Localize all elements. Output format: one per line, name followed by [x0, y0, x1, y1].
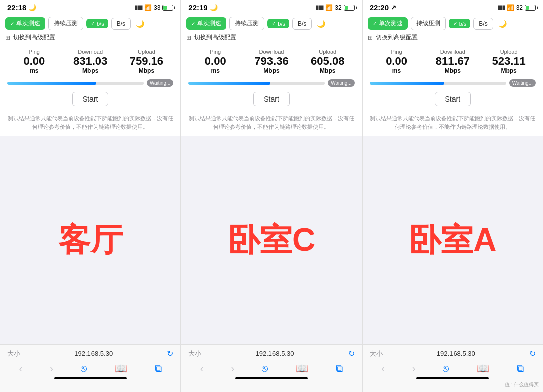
panel-bedroom-a: 22:20 ↗ ▮▮▮ 📶 32 ✓ 单次测速 持续压测	[363, 0, 543, 344]
bookmarks-icon[interactable]: 📖	[115, 362, 127, 374]
settings-sliders-icon: ⊞	[5, 34, 10, 41]
reload-icon[interactable]: ↻	[348, 349, 355, 358]
unit-bs-button[interactable]: ✓ b/s	[449, 19, 471, 28]
moon-icon: 🌙	[210, 4, 218, 11]
start-button[interactable]: Start	[72, 92, 109, 106]
start-section: Start	[0, 88, 180, 110]
address-bar: 大小 192.168.5.30 ↻	[181, 345, 361, 360]
forward-icon[interactable]: ›	[412, 363, 416, 374]
tabs-icon[interactable]: ⧉	[155, 363, 162, 374]
ping-label: Ping	[29, 49, 40, 55]
tabs-icon[interactable]: ⧉	[517, 363, 524, 374]
upload-label: Upload	[138, 49, 155, 55]
status-left: 22:19 🌙	[188, 3, 217, 12]
time-display: 22:18	[7, 3, 26, 12]
check-icon-small: ✓	[90, 20, 95, 27]
bookmarks-icon[interactable]: 📖	[477, 362, 489, 374]
back-icon[interactable]: ‹	[200, 363, 204, 374]
progress-area: Waiting...	[0, 77, 180, 88]
battery-icon	[344, 5, 355, 11]
progress-area: Waiting...	[363, 77, 543, 88]
stats-grid: Ping 0.00 ms Download 831.03 Mbps Upload…	[7, 49, 173, 74]
battery-number: 32	[516, 4, 523, 11]
back-icon[interactable]: ‹	[19, 363, 22, 374]
status-bar: 22:20 ↗ ▮▮▮ 📶 32	[363, 0, 543, 14]
waiting-badge: Waiting...	[147, 79, 173, 87]
upload-label: Upload	[319, 49, 336, 55]
night-mode-icon: 🌙	[317, 20, 325, 28]
share-icon[interactable]: ⎋	[443, 363, 449, 374]
single-test-button[interactable]: ✓ 单次测速	[5, 17, 45, 30]
forward-icon[interactable]: ›	[50, 363, 53, 374]
check-icon-small: ✓	[272, 20, 276, 27]
download-unit: Mbps	[82, 67, 98, 74]
continuous-test-label: 持续压测	[235, 20, 259, 27]
nav-bar: ‹ › ⎋ 📖 ⧉	[181, 360, 361, 377]
panels-row: 22:18 🌙 ▮▮▮ 📶 33 ✓ 单次测速 持续压测	[0, 0, 543, 344]
upload-stat: Upload 759.16 Mbps	[120, 49, 174, 74]
stats-section: Ping 0.00 ms Download 831.03 Mbps Upload…	[0, 44, 180, 77]
ping-value: 0.00	[386, 55, 407, 67]
home-indicator	[416, 377, 489, 379]
continuous-test-label: 持续压测	[54, 20, 78, 27]
download-label: Download	[440, 49, 465, 55]
continuous-test-label: 持续压测	[416, 20, 440, 27]
start-section: Start	[181, 88, 361, 110]
panel-bedroom-c: 22:19 🌙 ▮▮▮ 📶 32 ✓ 单次测速 持续压测	[181, 0, 362, 344]
start-section: Start	[363, 88, 543, 110]
status-left: 22:20 ↗	[370, 3, 396, 12]
unit-BS-button[interactable]: B/s	[292, 18, 312, 30]
download-value: 793.36	[254, 55, 288, 67]
signal-icon: ▮▮▮	[135, 4, 142, 11]
download-unit: Mbps	[445, 67, 461, 74]
reload-icon[interactable]: ↻	[529, 349, 536, 358]
upload-value: 523.11	[492, 55, 525, 67]
signal-icon: ▮▮▮	[316, 4, 323, 11]
download-unit: Mbps	[263, 67, 279, 74]
download-stat: Download 793.36 Mbps	[244, 49, 299, 74]
start-button[interactable]: Start	[435, 92, 471, 106]
unit-BS-button[interactable]: B/s	[473, 18, 493, 30]
controls-row1: ✓ 单次测速 持续压测 ✓ b/s B/s 🌙	[368, 17, 538, 30]
start-button[interactable]: Start	[253, 92, 290, 106]
bottom-panel-bedroom-a: 大小 192.168.5.30 ↻ ‹ › ⎋ 📖 ⧉ 值↑ 什么值得买	[363, 345, 543, 392]
unit-BS-label: B/s	[117, 20, 125, 27]
back-icon[interactable]: ‹	[381, 363, 385, 374]
nav-bar: ‹ › ⎋ 📖 ⧉	[0, 360, 180, 377]
unit-bs-button[interactable]: ✓ b/s	[267, 19, 289, 28]
disclaimer-text: 测试结果通常只能代表当前设备性能下所能跑到的实际数据，没有任何理论参考价值，不能…	[363, 110, 543, 136]
unit-BS-label: B/s	[479, 20, 487, 27]
address-url: 192.168.5.30	[201, 350, 348, 357]
size-label: 大小	[7, 349, 20, 358]
wifi-icon: 📶	[507, 4, 514, 11]
continuous-test-button[interactable]: 持续压测	[229, 17, 264, 30]
single-test-button[interactable]: ✓ 单次测速	[368, 17, 408, 30]
bookmarks-icon[interactable]: 📖	[296, 362, 308, 374]
controls-section: ✓ 单次测速 持续压测 ✓ b/s B/s 🌙 ⊞ 切换到高级配置	[181, 14, 361, 44]
ping-label: Ping	[210, 49, 221, 55]
unit-BS-button[interactable]: B/s	[111, 18, 131, 30]
controls-row1: ✓ 单次测速 持续压测 ✓ b/s B/s 🌙	[5, 17, 175, 30]
share-icon[interactable]: ⎋	[81, 363, 87, 374]
single-test-button[interactable]: ✓ 单次测速	[186, 17, 226, 30]
controls-row2: ⊞ 切换到高级配置	[186, 33, 356, 42]
unit-bs-label: b/s	[97, 21, 104, 27]
upload-unit: Mbps	[320, 67, 335, 74]
reload-icon[interactable]: ↻	[167, 349, 173, 358]
continuous-test-button[interactable]: 持续压测	[411, 17, 446, 30]
unit-bs-button[interactable]: ✓ b/s	[86, 19, 108, 28]
progress-fill	[370, 82, 445, 85]
settings-sliders-icon: ⊞	[186, 34, 191, 41]
controls-row1: ✓ 单次测速 持续压测 ✓ b/s B/s 🌙	[186, 17, 356, 30]
progress-bar	[188, 82, 325, 85]
share-icon[interactable]: ⎋	[262, 363, 268, 374]
download-stat: Download 831.03 Mbps	[63, 49, 118, 74]
forward-icon[interactable]: ›	[231, 363, 234, 374]
size-label: 大小	[188, 349, 201, 358]
ping-stat: Ping 0.00 ms	[7, 49, 61, 74]
panel-living-room: 22:18 🌙 ▮▮▮ 📶 33 ✓ 单次测速 持续压测	[0, 0, 181, 344]
tabs-icon[interactable]: ⧉	[336, 363, 343, 374]
home-indicator	[235, 377, 308, 379]
status-bar: 22:19 🌙 ▮▮▮ 📶 32	[181, 0, 361, 14]
continuous-test-button[interactable]: 持续压测	[48, 17, 83, 30]
